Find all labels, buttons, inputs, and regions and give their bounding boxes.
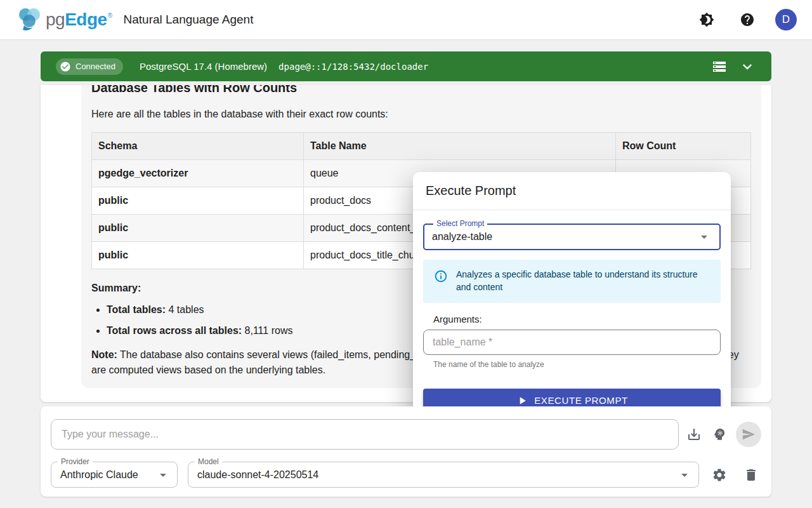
theme-toggle-button[interactable] <box>694 7 719 32</box>
help-button[interactable] <box>735 7 760 32</box>
column-header-row-count: Row Count <box>616 133 751 160</box>
column-header-table-name: Table Name <box>304 133 616 160</box>
prompts-button[interactable] <box>707 422 732 447</box>
pgedge-logo-icon <box>15 6 44 33</box>
send-icon <box>742 427 756 441</box>
execute-prompt-dialog: Execute Prompt Select Prompt analyze-tab… <box>413 172 731 423</box>
model-value: claude-sonnet-4-20250514 <box>197 469 318 481</box>
connection-status-text: Connected <box>75 62 115 71</box>
message-heading: Database Tables with Row Counts <box>91 85 751 97</box>
dropdown-arrow-icon <box>677 467 692 483</box>
select-prompt-dropdown[interactable]: Select Prompt analyze-table <box>423 224 721 250</box>
help-icon <box>740 12 755 27</box>
server-version-text: PostgreSQL 17.4 (Homebrew) <box>140 61 267 72</box>
connection-string: dpage@::1/128:5432/docloader <box>278 62 428 72</box>
provider-select[interactable]: Provider Anthropic Claude <box>51 462 178 488</box>
database-details-icon[interactable] <box>712 59 727 74</box>
dropdown-arrow-icon <box>697 229 712 244</box>
cell-schema: public <box>92 215 304 242</box>
column-header-schema: Schema <box>92 133 304 160</box>
select-prompt-label: Select Prompt <box>433 219 487 228</box>
execute-prompt-button-label: EXECUTE PROMPT <box>534 395 628 406</box>
argument-helper-text: The name of the table to analyze <box>433 360 544 369</box>
chevron-down-icon[interactable] <box>738 58 756 76</box>
trash-icon <box>743 467 759 483</box>
send-button[interactable] <box>736 422 761 447</box>
cell-schema: pgedge_vectorizer <box>92 160 304 187</box>
clear-chat-button[interactable] <box>738 462 764 488</box>
pgedge-wordmark: pgEdge® <box>46 10 112 30</box>
model-select[interactable]: Model claude-sonnet-4-20250514 <box>188 462 699 488</box>
select-prompt-value: analyze-table <box>432 231 492 243</box>
dialog-title: Execute Prompt <box>426 184 516 198</box>
user-avatar[interactable]: D <box>775 9 797 30</box>
prompt-description: Analyzes a specific database table to un… <box>456 268 712 303</box>
play-icon <box>516 394 528 407</box>
arguments-label: Arguments: <box>433 314 482 324</box>
summary-item-value: 8,111 rows <box>245 325 293 336</box>
table-name-input[interactable] <box>423 330 721 355</box>
cell-schema: public <box>92 187 304 215</box>
pgedge-logo: pgEdge® <box>15 6 112 33</box>
model-label: Model <box>195 457 222 466</box>
dropdown-arrow-icon <box>155 467 171 483</box>
message-input[interactable] <box>51 419 679 450</box>
summary-item-value: 4 tables <box>169 304 204 315</box>
chat-input-panel: Provider Anthropic Claude Model claude-s… <box>41 406 771 497</box>
summary-item-label: Total rows across all tables: <box>107 325 242 336</box>
provider-label: Provider <box>58 457 93 466</box>
page-title: Natural Language Agent <box>124 13 254 27</box>
wordmark-pg: pg <box>46 10 65 30</box>
wordmark-edge: Edge <box>65 10 107 30</box>
gear-icon <box>712 467 727 483</box>
check-circle-icon <box>60 61 71 72</box>
download-icon <box>686 427 702 442</box>
wordmark-registered: ® <box>108 12 112 19</box>
dark-mode-icon <box>699 12 714 27</box>
note-label: Note: <box>91 349 117 360</box>
message-intro: Here are all the tables in the database … <box>91 107 751 122</box>
psychology-icon <box>712 427 727 442</box>
summary-item-label: Total tables: <box>107 304 166 315</box>
provider-value: Anthropic Claude <box>60 469 138 481</box>
connection-bar: Connected PostgreSQL 17.4 (Homebrew) dpa… <box>41 51 771 81</box>
connection-status-badge: Connected <box>56 58 123 75</box>
dialog-divider <box>413 210 731 210</box>
table-header-row: Schema Table Name Row Count <box>92 133 751 160</box>
settings-button[interactable] <box>707 462 732 488</box>
cell-schema: public <box>92 242 304 269</box>
info-icon <box>434 269 448 283</box>
prompt-info-alert: Analyzes a specific database table to un… <box>423 260 721 303</box>
app-header: pgEdge® Natural Language Agent D <box>0 0 812 40</box>
download-button[interactable] <box>681 422 707 447</box>
